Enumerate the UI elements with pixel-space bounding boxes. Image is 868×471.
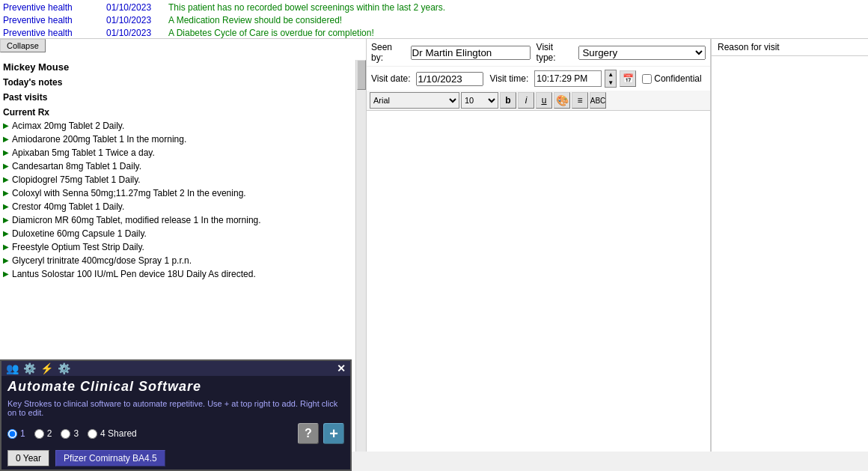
reason-for-visit-title: Reason for visit [712, 39, 868, 56]
rx-medication-text: Freestyle Optium Test Strip Daily. [12, 241, 144, 253]
automate-tab-3[interactable]: 3 [61, 428, 79, 439]
automate-tab-2[interactable]: 2 [34, 428, 52, 439]
italic-button[interactable]: i [518, 92, 534, 109]
alert-date-1: 01/10/2023 [106, 1, 162, 14]
rx-medication-text: Clopidogrel 75mg Tablet 1 Daily. [12, 174, 141, 186]
year-button[interactable]: 0 Year [7, 450, 49, 452]
rx-expand-arrow[interactable]: ▶ [3, 187, 9, 199]
calendar-icon: 📅 [623, 73, 634, 84]
scrollbar-track[interactable] [355, 60, 366, 452]
help-button[interactable]: ? [298, 423, 319, 444]
automate-description: Key Strokes to clinical software to auto… [1, 398, 350, 420]
automate-close-button[interactable]: ✕ [337, 362, 346, 374]
spellcheck-button[interactable]: ABC [590, 92, 606, 109]
time-spinner[interactable]: ▲ ▼ [605, 70, 617, 88]
font-size-select[interactable]: 10 12 14 16 [461, 92, 498, 109]
rx-medication-text: Apixaban 5mg Tablet 1 Twice a day. [12, 147, 155, 159]
list-item: ▶Diamicron MR 60mg Tablet, modified rele… [3, 213, 363, 227]
right-main: Seen by: Visit type: Surgery Phone Home … [367, 39, 711, 452]
rx-expand-arrow[interactable]: ▶ [3, 241, 9, 253]
visit-time-input[interactable] [534, 70, 602, 87]
rx-medication-text: Duloxetine 60mg Capsule 1 Daily. [12, 228, 147, 240]
automate-tab-3-label: 3 [73, 428, 79, 439]
color-button[interactable]: 🎨 [554, 92, 570, 109]
confidential-check: Confidential [642, 73, 701, 84]
rx-expand-arrow[interactable]: ▶ [3, 147, 9, 159]
time-row: ▲ ▼ 📅 [534, 70, 636, 88]
reason-for-visit-panel: Reason for visit [711, 39, 868, 452]
list-item: ▶Crestor 40mg Tablet 1 Daily. [3, 200, 363, 213]
list-item: ▶Candesartan 8mg Tablet 1 Daily. [3, 159, 363, 173]
alert-text-2: A Medication Review should be considered… [168, 14, 342, 27]
rx-medication-text: Acimax 20mg Tablet 2 Daily. [12, 120, 124, 132]
alert-row-2: Preventive health 01/10/2023 A Medicatio… [3, 14, 865, 27]
formatting-toolbar: Arial Times New Roman Courier 10 12 14 1… [367, 91, 710, 111]
alerts-area: Preventive health 01/10/2023 This patien… [0, 0, 868, 39]
patient-name: Mickey Mouse [3, 61, 363, 73]
gear-icon[interactable]: ⚙️ [58, 362, 70, 374]
rx-medication-text: Coloxyl with Senna 50mg;11.27mg Tablet 2… [12, 187, 246, 199]
automate-tab-3-radio[interactable] [61, 429, 70, 439]
rx-expand-arrow[interactable]: ▶ [3, 255, 9, 267]
automate-tab-4[interactable]: 4 Shared [88, 428, 137, 439]
list-item: ▶Duloxetine 60mg Capsule 1 Daily. [3, 227, 363, 240]
visit-time-label: Visit time: [489, 73, 528, 84]
time-spin-down[interactable]: ▼ [605, 79, 616, 87]
automate-overlay: 👥 ⚙️ ⚡ ⚙️ ✕ Automate Clinical Software K… [0, 359, 352, 452]
rx-expand-arrow[interactable]: ▶ [3, 133, 9, 145]
rx-medication-text: Amiodarone 200mg Tablet 1 In the morning… [12, 133, 186, 145]
time-spin-up[interactable]: ▲ [605, 70, 616, 79]
collapse-button[interactable]: Collapse [0, 39, 46, 52]
automate-tab-2-label: 2 [47, 428, 52, 439]
rx-expand-arrow[interactable]: ▶ [3, 201, 9, 213]
list-item: ▶Apixaban 5mg Tablet 1 Twice a day. [3, 146, 363, 159]
seen-by-input[interactable] [411, 46, 531, 60]
automate-tab-4-radio[interactable] [88, 429, 97, 439]
list-item: ▶Clopidogrel 75mg Tablet 1 Daily. [3, 173, 363, 186]
reason-textarea[interactable] [368, 112, 709, 450]
visit-info-row1: Seen by: Visit type: Surgery Phone Home … [367, 39, 710, 67]
past-visits-header[interactable]: Past visits [3, 92, 363, 103]
automate-tab-2-radio[interactable] [34, 429, 44, 439]
color-icon: 🎨 [556, 94, 569, 106]
list-item: ▶Amiodarone 200mg Tablet 1 In the mornin… [3, 133, 363, 146]
list-icon: ≡ [577, 95, 582, 106]
rx-expand-arrow[interactable]: ▶ [3, 120, 9, 132]
rx-medication-text: Glyceryl trinitrate 400mcg/dose Spray 1 … [12, 255, 192, 267]
lightning-icon[interactable]: ⚡ [40, 362, 53, 374]
rx-expand-arrow[interactable]: ▶ [3, 214, 9, 226]
automate-tab-1-label: 1 [20, 428, 25, 439]
rx-medication-text: Lantus Solostar 100 IU/mL Pen device 18U… [12, 268, 256, 280]
current-rx-header: Current Rx [3, 107, 363, 118]
alert-type-1: Preventive health [3, 1, 100, 14]
list-item: ▶Lantus Solostar 100 IU/mL Pen device 18… [3, 267, 363, 281]
rx-expand-arrow[interactable]: ▶ [3, 174, 9, 186]
confidential-checkbox[interactable] [642, 74, 652, 84]
rx-medication-text: Diamicron MR 60mg Tablet, modified relea… [12, 214, 261, 226]
pfizer-button[interactable]: Pfizer Comirnaty BA4.5 [55, 450, 165, 452]
settings-icon[interactable]: ⚙️ [23, 362, 36, 374]
list-button[interactable]: ≡ [572, 92, 588, 109]
reason-text-container [367, 111, 710, 452]
automate-title: Automate Clinical Software [1, 376, 350, 398]
calendar-button[interactable]: 📅 [620, 70, 636, 87]
underline-button[interactable]: u [536, 92, 552, 109]
visit-date-input[interactable] [416, 72, 483, 86]
automate-footer: 0 Year Pfizer Comirnaty BA4.5 [1, 447, 350, 452]
rx-expand-arrow[interactable]: ▶ [3, 268, 9, 280]
scrollbar-thumb[interactable] [357, 60, 366, 90]
confidential-label: Confidential [654, 73, 701, 84]
font-select[interactable]: Arial Times New Roman Courier [370, 92, 459, 109]
bold-button[interactable]: b [500, 92, 516, 109]
automate-tab-1[interactable]: 1 [7, 428, 25, 439]
italic-icon: i [525, 95, 528, 106]
people-icon[interactable]: 👥 [6, 362, 19, 374]
todays-notes-header[interactable]: Today's notes [3, 77, 363, 88]
rx-expand-arrow[interactable]: ▶ [3, 228, 9, 240]
rx-expand-arrow[interactable]: ▶ [3, 160, 9, 172]
alert-row-1: Preventive health 01/10/2023 This patien… [3, 1, 865, 14]
automate-tab-1-radio[interactable] [7, 429, 17, 439]
visit-type-select[interactable]: Surgery Phone Home Visit Telehealth [578, 46, 706, 60]
list-item: ▶Coloxyl with Senna 50mg;11.27mg Tablet … [3, 186, 363, 200]
add-button[interactable]: + [323, 423, 344, 444]
